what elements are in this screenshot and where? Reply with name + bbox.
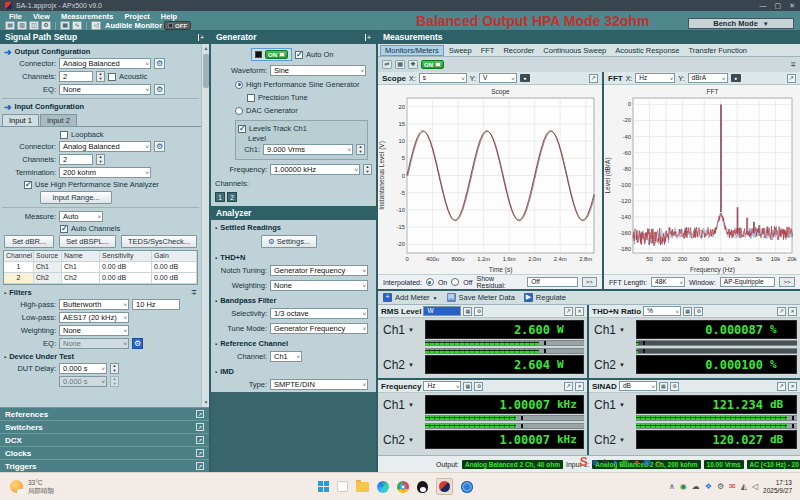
accordion-references[interactable]: References↗: [0, 407, 209, 420]
auto-channels-checkbox[interactable]: [60, 225, 68, 233]
tab-monitors-meters[interactable]: Monitors/Meters: [380, 45, 444, 56]
output-eq-select[interactable]: None: [59, 84, 151, 95]
set-dbr-button[interactable]: Set dBR...: [4, 235, 54, 248]
loopback-checkbox[interactable]: [60, 131, 68, 139]
expand-icon[interactable]: ↗: [196, 423, 204, 431]
expand-icon[interactable]: ↗: [564, 382, 573, 391]
eq-settings-icon[interactable]: ⚙: [154, 84, 165, 95]
unit-select[interactable]: %: [643, 306, 681, 316]
set-dbspl-button[interactable]: Set dBSPL...: [59, 235, 116, 248]
ime-mic-icon[interactable]: ♦: [613, 458, 617, 467]
interpolated-off-radio[interactable]: [451, 278, 459, 286]
termination-select[interactable]: 200 kohm: [59, 167, 151, 178]
tile-view-icon[interactable]: ❖: [408, 60, 418, 69]
interpolated-on-radio[interactable]: [426, 278, 434, 286]
gen-channel-1-button[interactable]: 1: [215, 192, 225, 202]
fft-more-button[interactable]: >>: [779, 277, 795, 287]
expand-icon[interactable]: ↗: [787, 74, 796, 83]
analyzer-weighting-select[interactable]: None: [270, 280, 368, 291]
sogou-logo-icon[interactable]: S: [580, 455, 588, 469]
meter-format-icon[interactable]: ▦: [463, 382, 472, 391]
levels-track-checkbox[interactable]: [238, 125, 246, 133]
meter-format-icon[interactable]: ▦: [659, 382, 668, 391]
dut-delay-select[interactable]: 0.000 s: [59, 363, 107, 374]
accordion-dcx[interactable]: DCX↗: [0, 433, 209, 446]
show-residual-select[interactable]: Off: [527, 277, 577, 287]
minimize-icon[interactable]: —: [760, 2, 767, 10]
scroll-up-icon[interactable]: ▲: [202, 44, 209, 53]
settings-button[interactable]: ⚙ Settings...: [261, 235, 317, 248]
expand-icon[interactable]: ↗: [196, 436, 204, 444]
channel-label[interactable]: Ch2▼: [592, 358, 634, 372]
tray-cloud-icon[interactable]: ☁: [692, 482, 700, 491]
gen-channel-2-button[interactable]: 2: [227, 192, 237, 202]
camera-icon[interactable]: ●: [731, 74, 741, 82]
hps-generator-radio[interactable]: [235, 81, 243, 89]
tab-continuous-sweep[interactable]: Continuous Sweep: [539, 45, 610, 56]
output-status-badge[interactable]: Analog Balanced 2 Ch, 40 ohm: [462, 460, 563, 469]
close-icon[interactable]: ✕: [789, 2, 795, 10]
fft-x-select[interactable]: Hz: [635, 73, 675, 83]
camera-icon[interactable]: ●: [520, 74, 530, 82]
input-channels-input[interactable]: 2: [59, 154, 93, 165]
layout-icon[interactable]: ⇄: [382, 60, 392, 69]
collapse-icon[interactable]: ∓: [191, 288, 197, 297]
high-pass-select[interactable]: Butterworth: [59, 299, 129, 310]
scope-y-select[interactable]: V: [479, 73, 517, 83]
tab-input-2[interactable]: Input 2: [40, 114, 77, 126]
meter-format-icon[interactable]: ▦: [463, 307, 472, 316]
tab-recorder[interactable]: Recorder: [499, 45, 538, 56]
coupling-status-badge[interactable]: AC (<10 Hz) - 20 kHz: [747, 460, 800, 469]
tray-network-icon[interactable]: ◭: [741, 482, 747, 491]
scroll-down-icon[interactable]: ▼: [202, 398, 209, 407]
imd-type-select[interactable]: SMPTE/DIN: [270, 379, 368, 390]
input-connector-settings-icon[interactable]: ⚙: [154, 141, 165, 152]
ime-skin-icon[interactable]: ✦: [633, 458, 640, 467]
meter-settings-icon[interactable]: ⚙: [670, 382, 679, 391]
weighting-select[interactable]: None: [59, 325, 129, 336]
tray-mail-icon[interactable]: ✉: [729, 482, 736, 491]
tray-bluetooth-icon[interactable]: ❖: [705, 482, 712, 491]
output-connector-select[interactable]: Analog Balanced: [59, 58, 151, 69]
selectivity-select[interactable]: 1/3 octave: [270, 308, 368, 319]
close-icon[interactable]: ✕: [575, 382, 584, 391]
channel-label[interactable]: Ch2▼: [381, 358, 423, 372]
edge-icon[interactable]: [377, 481, 389, 493]
channels-stepper[interactable]: ▲▼: [96, 71, 105, 82]
expand-icon[interactable]: ↗: [196, 449, 204, 457]
apx500-taskbar-icon[interactable]: [436, 478, 453, 495]
add-meter-button[interactable]: +Add Meter▼: [383, 293, 438, 302]
input-range-button[interactable]: Input Range...: [40, 191, 112, 204]
taskbar-clock[interactable]: 17:132025/9/27: [763, 479, 792, 495]
file-explorer-icon[interactable]: [356, 482, 369, 492]
accordion-clocks[interactable]: Clocks↗: [0, 446, 209, 459]
waveform-view-icon[interactable]: ∿: [72, 21, 82, 30]
tab-acoustic-response[interactable]: Acoustic Response: [611, 45, 683, 56]
tray-settings-icon[interactable]: ⚙: [717, 482, 724, 491]
channel-label[interactable]: Ch2▼: [381, 433, 423, 447]
menu-project[interactable]: Project: [119, 12, 154, 21]
bench-mode-button[interactable]: Bench Mode▼: [688, 18, 794, 29]
scope-x-select[interactable]: s: [419, 73, 467, 83]
tune-mode-select[interactable]: Generator Frequency: [270, 323, 368, 334]
ime-keyboard-icon[interactable]: ▦: [644, 458, 652, 467]
high-pass-freq-input[interactable]: 10 Hz: [132, 299, 180, 310]
close-icon[interactable]: ✕: [788, 382, 797, 391]
qq-icon[interactable]: [417, 481, 428, 493]
tray-volume-icon[interactable]: ◁: [752, 482, 758, 491]
open-project-icon[interactable]: ▥: [17, 21, 27, 30]
unit-select[interactable]: W: [423, 306, 461, 316]
ime-home-icon[interactable]: ⌂: [655, 458, 660, 467]
browser-icon[interactable]: [461, 481, 473, 493]
low-pass-select[interactable]: AES17 (20 kHz): [59, 312, 129, 323]
tab-sweep[interactable]: Sweep: [445, 45, 476, 56]
signal-path-scrollbar[interactable]: ▲ ▼: [201, 44, 209, 407]
pin-icon[interactable]: +: [365, 34, 371, 41]
fft-y-select[interactable]: dBrA: [688, 73, 728, 83]
dut-delay-stepper[interactable]: ▲▼: [110, 363, 119, 374]
weather-widget[interactable]: 33°C局部晴朗: [0, 479, 160, 495]
ime-pen-icon[interactable]: ✎: [603, 458, 610, 467]
teds-syscheck-button[interactable]: TEDS/SysCheck...: [121, 235, 197, 248]
expand-icon[interactable]: ↗: [196, 410, 204, 418]
acoustic-checkbox[interactable]: [108, 73, 116, 81]
